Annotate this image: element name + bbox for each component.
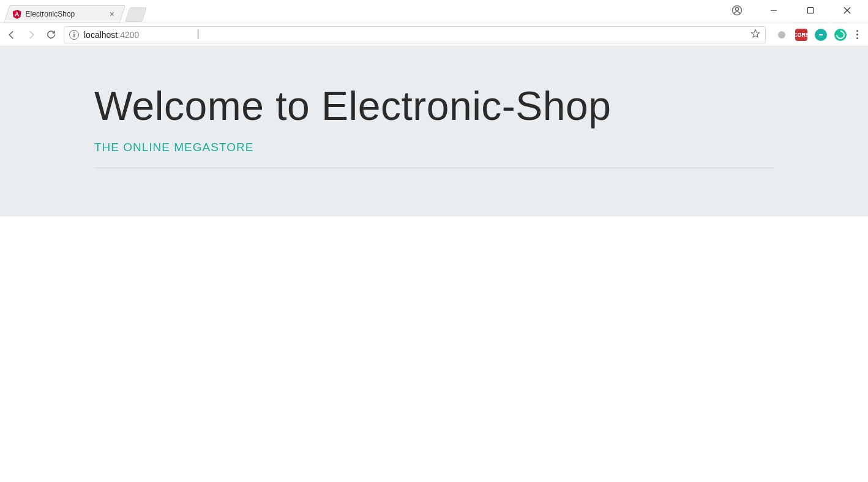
extension-teal-icon[interactable] <box>815 29 827 41</box>
browser-window: ElectronicShop × i localhost:4200 <box>0 0 868 482</box>
new-tab-button[interactable] <box>125 7 147 22</box>
window-minimize-icon[interactable] <box>764 7 784 14</box>
user-account-icon[interactable] <box>727 5 747 16</box>
page-viewport: Welcome to Electronic-Shop THE ONLINE ME… <box>0 46 868 482</box>
forward-button[interactable] <box>24 28 38 42</box>
site-info-icon[interactable]: i <box>69 30 79 40</box>
hero-section: Welcome to Electronic-Shop THE ONLINE ME… <box>0 46 868 217</box>
browser-toolbar: i localhost:4200 CORS <box>0 23 868 46</box>
svg-point-1 <box>735 7 738 10</box>
grammarly-extension-icon[interactable] <box>834 29 847 41</box>
svg-marker-8 <box>751 29 759 37</box>
svg-rect-10 <box>819 34 823 35</box>
navigation-buttons <box>5 28 60 42</box>
svg-point-9 <box>778 31 785 39</box>
extensions-area: CORS <box>769 29 863 41</box>
window-controls <box>727 0 868 21</box>
url-text: localhost:4200 <box>84 30 139 40</box>
text-caret <box>198 29 198 39</box>
window-close-icon[interactable] <box>837 7 857 14</box>
tab-title: ElectronicShop <box>26 10 75 18</box>
cors-extension-icon[interactable]: CORS <box>795 29 807 41</box>
angular-icon <box>12 9 22 19</box>
svg-rect-3 <box>808 8 814 13</box>
browser-menu-icon[interactable] <box>854 30 861 39</box>
back-button[interactable] <box>5 28 18 42</box>
page-subtitle: THE ONLINE MEGASTORE <box>94 141 774 165</box>
browser-tab[interactable]: ElectronicShop × <box>4 5 125 23</box>
extension-icon[interactable] <box>776 29 788 41</box>
window-maximize-icon[interactable] <box>801 7 820 14</box>
reload-button[interactable] <box>44 28 58 42</box>
bookmark-star-icon[interactable] <box>750 29 760 40</box>
divider <box>94 168 774 168</box>
page-heading: Welcome to Electronic-Shop <box>94 83 774 130</box>
address-bar[interactable]: i localhost:4200 <box>64 26 766 43</box>
close-tab-icon[interactable]: × <box>107 9 117 19</box>
